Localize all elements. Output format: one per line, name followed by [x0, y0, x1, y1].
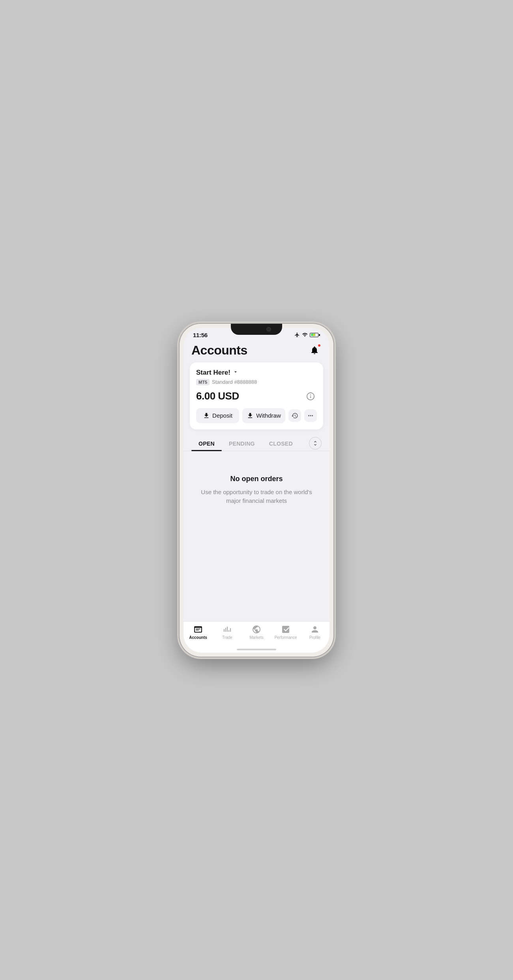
svg-rect-3 [196, 629, 200, 629]
account-balance: 6.00 USD [196, 390, 239, 402]
bottom-navigation: Accounts Trade Markets Per [183, 621, 330, 653]
account-name-row: Start Here! [196, 369, 317, 377]
deposit-icon [203, 412, 210, 419]
page-title: Accounts [191, 343, 247, 358]
withdraw-button[interactable]: Withdraw [242, 408, 285, 423]
account-action-buttons: Deposit Withdraw [196, 408, 317, 423]
account-meta: MT5 Standard #8888888 [196, 379, 317, 385]
order-tabs: OPEN PENDING CLOSED [191, 436, 309, 451]
phone-frame: 11:56 [180, 324, 333, 657]
tab-pending[interactable]: PENDING [222, 436, 262, 451]
svg-rect-4 [196, 630, 199, 631]
markets-nav-icon [252, 625, 261, 634]
performance-nav-icon [281, 625, 290, 634]
account-balance-row: 6.00 USD [196, 390, 317, 403]
nav-item-profile[interactable]: Profile [300, 625, 330, 640]
empty-description: Use the opportunity to trade on the worl… [199, 488, 314, 506]
status-time: 11:56 [193, 332, 208, 338]
account-type-number: Standard #8888888 [212, 379, 257, 385]
bell-icon [310, 345, 319, 355]
withdraw-icon [247, 412, 254, 419]
nav-item-accounts[interactable]: Accounts [183, 625, 213, 640]
sort-icon [312, 440, 318, 446]
notch [231, 324, 282, 335]
deposit-button[interactable]: Deposit [196, 408, 239, 423]
accounts-nav-label: Accounts [189, 635, 207, 640]
accounts-nav-icon [193, 625, 203, 634]
nav-item-trade[interactable]: Trade [213, 625, 242, 640]
account-chevron-icon[interactable] [233, 369, 238, 376]
front-camera [266, 327, 271, 332]
markets-nav-label: Markets [249, 635, 264, 640]
history-icon [291, 412, 298, 419]
withdraw-label: Withdraw [256, 412, 281, 419]
profile-nav-icon [310, 625, 320, 634]
wifi-icon [302, 332, 308, 338]
phone-screen: 11:56 [183, 328, 330, 653]
performance-nav-label: Performance [274, 635, 297, 640]
status-icons [294, 332, 320, 338]
tab-closed[interactable]: CLOSED [262, 436, 300, 451]
sort-button[interactable] [309, 437, 322, 450]
trade-nav-label: Trade [222, 635, 232, 640]
tabs-container: OPEN PENDING CLOSED [183, 436, 330, 451]
page-header: Accounts [183, 340, 330, 362]
home-indicator [237, 649, 276, 650]
battery-icon [310, 333, 320, 337]
deposit-label: Deposit [212, 412, 232, 419]
empty-title: No open orders [230, 475, 283, 483]
info-button[interactable] [304, 390, 317, 403]
account-card: Start Here! MT5 Standard #8888888 6.00 U… [190, 362, 323, 429]
nav-item-markets[interactable]: Markets [242, 625, 271, 640]
profile-nav-label: Profile [309, 635, 320, 640]
empty-state: No open orders Use the opportunity to tr… [183, 451, 330, 521]
tab-open[interactable]: OPEN [191, 436, 222, 451]
nav-item-performance[interactable]: Performance [271, 625, 300, 640]
more-button[interactable] [304, 409, 317, 422]
history-button[interactable] [288, 409, 301, 422]
airplane-icon [294, 332, 300, 338]
main-content: Accounts Start Here! [183, 340, 330, 653]
account-name: Start Here! [196, 369, 230, 377]
trade-nav-icon [223, 625, 232, 634]
more-icon [307, 412, 314, 419]
platform-badge: MT5 [196, 379, 210, 385]
notification-button[interactable] [307, 343, 322, 357]
notification-dot [318, 344, 321, 347]
